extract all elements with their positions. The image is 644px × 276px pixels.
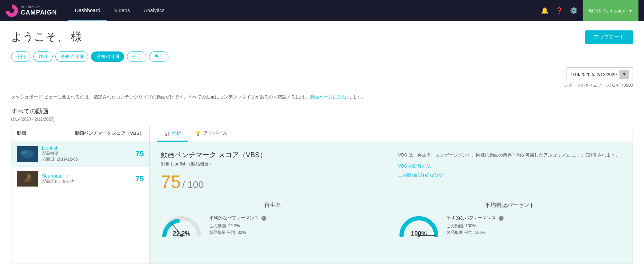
video-score-lionfish: 75 bbox=[130, 149, 144, 158]
date-picker[interactable]: 1/14/2020 to 2/12/2020 ▼ bbox=[567, 67, 633, 81]
tab-analysis[interactable]: 📊 分析 bbox=[157, 126, 188, 142]
filter-yesterday[interactable]: 昨日 bbox=[33, 51, 53, 62]
metric-playback: 再生率 bbox=[161, 202, 384, 237]
timezone-label: レポートのタイムゾーン: GMT+0900 bbox=[11, 83, 633, 88]
metric-avg-view: 平均視聴パーセント bbox=[398, 202, 622, 237]
nav-icons: 🔔 ❓ ⚙️ bbox=[541, 7, 578, 15]
col-video-header: 動画 bbox=[17, 130, 26, 136]
nav-videos[interactable]: Videos bbox=[107, 0, 137, 21]
filter-row: 今日 昨日 過去７日間 過去30日間 今月 先月 bbox=[11, 51, 633, 62]
svg-point-2 bbox=[21, 151, 27, 154]
table-row[interactable]: Seahorse ⊞ 製品詳細と使い方 75 bbox=[11, 167, 149, 191]
vbs-right: VBS は、再生率、エンゲージメント、同様の動画の業界平均を考慮したアルゴリズム… bbox=[398, 150, 622, 192]
video-thumb-lionfish bbox=[17, 146, 38, 162]
main-content: ようこそ、 様 アップロード 今日 昨日 過去７日間 過去30日間 今月 先月 … bbox=[0, 21, 644, 276]
vbs-score: 75 bbox=[161, 172, 181, 192]
svg-point-4 bbox=[27, 174, 31, 178]
info-icon: i bbox=[499, 216, 504, 221]
vbs-calc-link[interactable]: VBS の計算方法 bbox=[398, 163, 622, 169]
vbs-section: 動画ベンチマーク スコア（VBS） 対象 Lionfish（製品概要） 75 /… bbox=[161, 150, 622, 192]
video-score-seahorse: 75 bbox=[130, 174, 144, 183]
filter-lastmonth[interactable]: 先月 bbox=[149, 51, 168, 62]
nav-dashboard[interactable]: Dashboard bbox=[68, 0, 107, 21]
filter-thismonth[interactable]: 今月 bbox=[127, 51, 146, 62]
vbs-score-display: 75 / 100 bbox=[161, 171, 384, 192]
video-info-lionfish: Lionfish ⊞ 製品概要 公開日: 2019-12-05 bbox=[42, 145, 130, 162]
section-title: すべての動画 bbox=[11, 107, 633, 115]
grid-icon: ⊞ bbox=[65, 174, 68, 178]
date-range-row: 1/14/2020 to 2/12/2020 ▼ bbox=[11, 67, 633, 81]
metrics-row: 再生率 bbox=[161, 202, 622, 237]
playback-details: 平均的なパフォーマンス i この動画: 22.2% 製品概要 平均: 32% bbox=[209, 215, 266, 236]
table-header: 動画 動画ベンチマーク スコア（VBS） bbox=[11, 126, 149, 141]
gauge-container-avgview: 100% 平均的なパフォーマンス i この動画: 100% 製品概要 平均: 1… bbox=[398, 213, 622, 237]
filter-7days[interactable]: 過去７日間 bbox=[55, 51, 88, 62]
col-score-header: 動画ベンチマーク スコア（VBS） bbox=[75, 130, 144, 136]
settings-icon[interactable]: ⚙️ bbox=[570, 7, 578, 15]
nav-analytics[interactable]: Analytics bbox=[137, 0, 172, 21]
bar-chart-icon: 📊 bbox=[164, 131, 169, 136]
video-info-seahorse: Seahorse ⊞ 製品詳細と使い方 bbox=[42, 173, 130, 184]
upload-button[interactable]: アップロード bbox=[585, 30, 633, 44]
filter-30days[interactable]: 過去30日間 bbox=[91, 51, 124, 62]
tabs-row: 📊 分析 💡 アドバイス bbox=[150, 126, 633, 142]
navbar: brightcove CAMPAIGN Dashboard Videos Ana… bbox=[0, 0, 644, 21]
gauge-avgview: 100% bbox=[398, 213, 440, 237]
playback-value: 22.2% bbox=[173, 230, 190, 237]
campaign-button[interactable]: BCKK Campaign ▼ bbox=[583, 0, 638, 21]
vbs-left: 動画ベンチマーク スコア（VBS） 対象 Lionfish（製品概要） 75 /… bbox=[161, 150, 384, 192]
gauge-playback: 22.2% bbox=[161, 213, 202, 237]
avg-view-title: 平均視聴パーセント bbox=[398, 202, 622, 209]
vbs-max: / 100 bbox=[182, 179, 204, 190]
video-page-link[interactable]: 動画ページに移動 bbox=[310, 94, 346, 99]
avgview-details: 平均的なパフォーマンス i この動画: 100% 製品概要 平均: 100% bbox=[447, 215, 504, 236]
logo-text: brightcove CAMPAIGN bbox=[21, 5, 57, 16]
tab-advice[interactable]: 💡 アドバイス bbox=[188, 126, 234, 142]
info-text: ダッシュボード ビューに含まれるのは、指定されたコンテンツタイプの動画だけです。… bbox=[11, 94, 633, 100]
date-picker-arrow[interactable]: ▼ bbox=[619, 70, 629, 79]
avgview-value: 100% bbox=[411, 230, 427, 237]
analysis-content: 動画ベンチマーク スコア（VBS） 対象 Lionfish（製品概要） 75 /… bbox=[150, 142, 633, 246]
lightbulb-icon: 💡 bbox=[195, 131, 201, 136]
table-row[interactable]: Lionfish ⊞ 製品概要 公開日: 2019-12-05 75 bbox=[11, 141, 149, 167]
help-icon[interactable]: ❓ bbox=[555, 7, 563, 15]
filter-today[interactable]: 今日 bbox=[11, 51, 30, 62]
vbs-title: 動画ベンチマーク スコア（VBS） bbox=[161, 150, 384, 160]
video-container: 動画 動画ベンチマーク スコア（VBS） Lionfish ⊞ bbox=[11, 126, 633, 264]
vbs-detail-link[interactable]: この動画の詳細な分析 bbox=[398, 172, 622, 178]
right-panel: 📊 分析 💡 アドバイス 動画ベンチマーク スコア（VBS） 対象 Lionfi… bbox=[150, 126, 633, 264]
logo[interactable]: brightcove CAMPAIGN bbox=[6, 4, 57, 17]
playback-title: 再生率 bbox=[161, 202, 384, 209]
logo-icon bbox=[6, 4, 18, 17]
page-header: ようこそ、 様 アップロード bbox=[11, 29, 633, 45]
section-date: (1/14/2020 - 2/12/2020) bbox=[11, 117, 633, 122]
gauge-container-playback: 22.2% 平均的なパフォーマンス i この動画: 22.2% 製品概要 平均:… bbox=[161, 213, 384, 237]
video-thumb-seahorse bbox=[17, 171, 38, 187]
grid-icon: ⊞ bbox=[61, 146, 64, 150]
welcome-text: ようこそ、 様 bbox=[11, 29, 82, 45]
left-panel: 動画 動画ベンチマーク スコア（VBS） Lionfish ⊞ bbox=[11, 126, 150, 264]
vbs-subtitle: 対象 Lionfish（製品概要） bbox=[161, 161, 384, 167]
vbs-desc: VBS は、再生率、エンゲージメント、同様の動画の業界平均を考慮したアルゴリズム… bbox=[398, 152, 622, 159]
nav-links: Dashboard Videos Analytics bbox=[68, 0, 172, 21]
info-icon: i bbox=[261, 216, 266, 221]
bell-icon[interactable]: 🔔 bbox=[541, 7, 549, 15]
